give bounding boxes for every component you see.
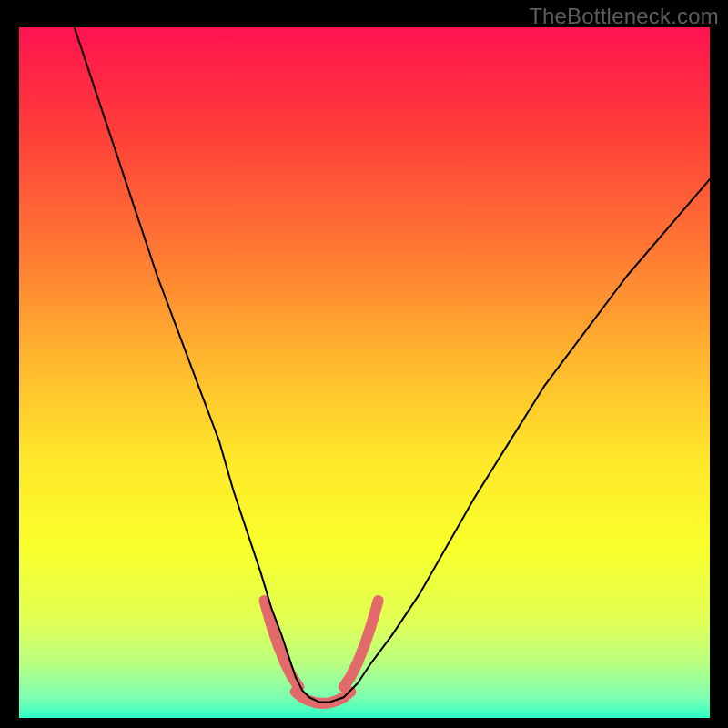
- chart-frame: TheBottleneck.com: [0, 0, 728, 728]
- watermark-text: TheBottleneck.com: [529, 4, 719, 29]
- plot-area: [19, 27, 710, 718]
- gradient-background: [19, 27, 710, 718]
- chart-svg: [19, 27, 710, 718]
